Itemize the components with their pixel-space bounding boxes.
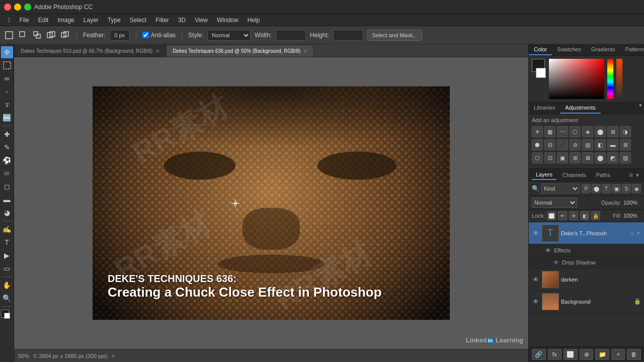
- eraser-tool[interactable]: ◻: [1, 180, 13, 193]
- lock-transparent-btn[interactable]: ⬜: [547, 211, 556, 220]
- adj-selectivecolor-icon[interactable]: ⊞: [620, 139, 631, 150]
- effects-vis-icon[interactable]: 👁: [544, 246, 552, 254]
- layer-row-background[interactable]: 👁 Background 🔒: [529, 291, 644, 313]
- blend-mode-select[interactable]: Normal: [532, 198, 577, 208]
- move-tool[interactable]: ✥: [1, 46, 13, 58]
- menu-help[interactable]: Help: [244, 16, 264, 25]
- brush-tool[interactable]: ✎: [1, 141, 13, 153]
- filter-adjustment-icon[interactable]: ⬤: [592, 184, 601, 193]
- adj-brightness-icon[interactable]: ☀: [532, 126, 543, 137]
- lock-all-btn[interactable]: 🔒: [591, 211, 600, 220]
- adj-threshold-icon[interactable]: ◧: [595, 139, 606, 150]
- marquee-tool[interactable]: [1, 59, 13, 71]
- adj-extra-6[interactable]: ⬤: [595, 152, 606, 163]
- hand-tool[interactable]: ✋: [1, 279, 13, 291]
- adj-blackwhite-icon[interactable]: ◑: [620, 126, 631, 137]
- tab-adjustments[interactable]: Adjustments: [560, 103, 601, 114]
- opacity-value[interactable]: 100%: [623, 200, 641, 206]
- fg-bg-colors[interactable]: [1, 310, 13, 322]
- layer-group-btn[interactable]: 📁: [595, 349, 609, 360]
- tab-1-close[interactable]: ✕: [303, 48, 307, 54]
- height-input[interactable]: [333, 30, 363, 41]
- menu-image[interactable]: Image: [53, 16, 78, 25]
- adj-exposure-icon[interactable]: ⬡: [570, 126, 581, 137]
- layer-delete-btn[interactable]: 🗑: [627, 349, 641, 360]
- filter-pixel-icon[interactable]: P: [582, 184, 591, 193]
- adj-levels-icon[interactable]: ▦: [544, 126, 555, 137]
- tab-libraries[interactable]: Libraries: [529, 103, 560, 114]
- tab-1[interactable]: Dekes Techniques 636.psd @ 50% (Backgrou…: [166, 45, 314, 57]
- bg-color-swatch[interactable]: [536, 68, 546, 78]
- width-input[interactable]: [276, 30, 306, 41]
- drop-shadow-row[interactable]: 👁 Drop Shadow: [529, 256, 644, 268]
- adj-colorlookup-icon[interactable]: ⬛: [557, 139, 568, 150]
- zoom-tool[interactable]: 🔍: [1, 292, 13, 304]
- adj-extra-8[interactable]: ▧: [620, 152, 631, 163]
- adj-curves-icon[interactable]: 〰: [557, 126, 568, 137]
- lock-pixels-btn[interactable]: ✏: [558, 211, 567, 220]
- layer-link-btn[interactable]: 🔗: [532, 349, 546, 360]
- status-arrow[interactable]: >: [112, 353, 115, 359]
- anti-alias-checkbox[interactable]: Anti-alias: [142, 32, 176, 39]
- adj-extra-7[interactable]: ◩: [607, 152, 618, 163]
- pen-tool[interactable]: ✍: [1, 223, 13, 235]
- menu-file[interactable]: File: [15, 16, 33, 25]
- select-and-mask-button[interactable]: Select and Mask...: [367, 30, 422, 41]
- filter-toggle[interactable]: ◉: [632, 184, 641, 193]
- adj-panel-collapse[interactable]: ▼: [638, 103, 644, 114]
- adj-huesat-icon[interactable]: ⬤: [595, 126, 606, 137]
- layer-adj-btn[interactable]: ⊕: [580, 349, 594, 360]
- adj-invert-icon[interactable]: ⊘: [570, 139, 581, 150]
- selection-rect-icon[interactable]: [4, 30, 14, 40]
- tab-0-close[interactable]: ✕: [155, 48, 159, 54]
- adj-extra-5[interactable]: ⊠: [582, 152, 593, 163]
- layer-vis-bg[interactable]: 👁: [532, 298, 540, 306]
- feather-input[interactable]: [110, 30, 130, 41]
- maximize-button[interactable]: [24, 4, 31, 11]
- new-selection-icon[interactable]: [18, 30, 28, 40]
- menu-edit[interactable]: Edit: [34, 16, 53, 25]
- tab-color[interactable]: Color: [529, 44, 552, 55]
- adj-extra-3[interactable]: ▣: [557, 152, 568, 163]
- canvas-content[interactable]: RR素材 www.rrcg.cn RR素材 G RR素材 DEKE'S TECH…: [14, 57, 528, 349]
- menu-filter[interactable]: Filter: [151, 16, 173, 25]
- layers-kind-select[interactable]: Kind: [541, 184, 580, 194]
- lock-position-btn[interactable]: ✛: [569, 211, 578, 220]
- add-selection-icon[interactable]: [32, 30, 42, 40]
- intersect-selection-icon[interactable]: [60, 30, 70, 40]
- layer-style-btn[interactable]: fx: [548, 349, 562, 360]
- layer-vis-darken[interactable]: 👁: [532, 276, 540, 284]
- type-tool[interactable]: T: [1, 236, 13, 248]
- layer-new-btn[interactable]: +: [611, 349, 625, 360]
- adj-extra-2[interactable]: ⊡: [544, 152, 555, 163]
- eyedropper-tool[interactable]: 🔤: [1, 112, 13, 124]
- filter-smartobj-icon[interactable]: S: [622, 184, 631, 193]
- style-select[interactable]: Normal Fixed Ratio Fixed Size: [207, 30, 251, 41]
- layers-panel-collapse[interactable]: ▼: [635, 172, 641, 178]
- gradient-tool[interactable]: ▬: [1, 194, 13, 206]
- layer-options-icon[interactable]: ▼: [636, 230, 641, 236]
- adj-gradientmap-icon[interactable]: ▬: [607, 139, 618, 150]
- layer-mask-btn[interactable]: ⬜: [564, 349, 578, 360]
- subtract-selection-icon[interactable]: [46, 30, 56, 40]
- close-button[interactable]: [4, 4, 11, 11]
- menu-window[interactable]: Window: [213, 16, 243, 25]
- adj-photofilter-icon[interactable]: ⬢: [532, 139, 543, 150]
- adj-channelmixer-icon[interactable]: ⊟: [544, 139, 555, 150]
- tab-swatches[interactable]: Swatches: [552, 44, 586, 55]
- layer-fx-btn[interactable]: fx: [630, 230, 634, 236]
- menu-type[interactable]: Type: [104, 16, 125, 25]
- tab-layers[interactable]: Layers: [532, 170, 556, 180]
- menu-ps[interactable]: : [4, 16, 14, 25]
- path-select-tool[interactable]: ▶: [1, 249, 13, 261]
- quick-select-tool[interactable]: ◦: [1, 85, 13, 98]
- adj-colorbalance-icon[interactable]: ⊞: [607, 126, 618, 137]
- hue-slider[interactable]: [607, 59, 613, 99]
- tab-paths[interactable]: Paths: [592, 170, 614, 179]
- shape-tool[interactable]: ▭: [1, 262, 13, 275]
- layer-row-text[interactable]: 👁 T Deke's T...Photosh fx ▼: [529, 222, 644, 244]
- blur-tool[interactable]: ◕: [1, 207, 13, 219]
- adj-extra-1[interactable]: ⬡: [532, 152, 543, 163]
- minimize-button[interactable]: [14, 4, 21, 11]
- filter-type-icon[interactable]: T: [602, 184, 611, 193]
